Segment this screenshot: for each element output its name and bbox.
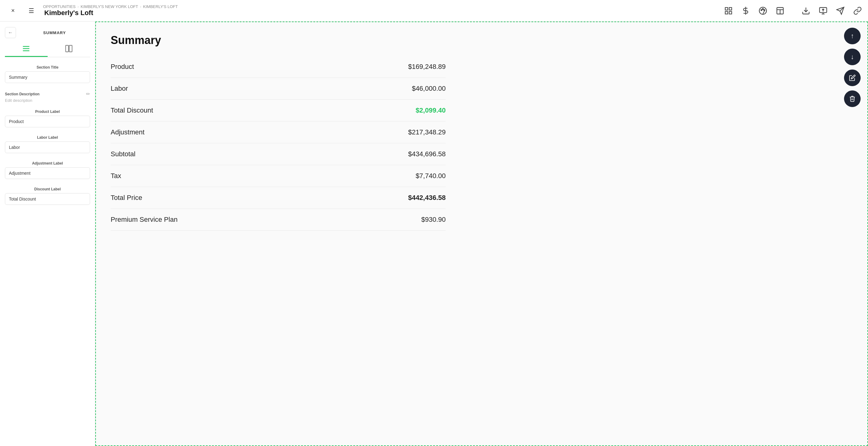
discount-label-input[interactable] [5, 193, 90, 205]
left-panel-title: SUMMARY [19, 30, 90, 35]
link-icon[interactable] [853, 6, 862, 15]
summary-row-subtotal: Subtotal $434,696.58 [111, 143, 446, 165]
delete-button[interactable] [844, 90, 861, 107]
topbar: × ☰ OPPORTUNITIES › KIMBERLY'S NEW YORK … [0, 0, 868, 22]
split-view-button[interactable] [48, 41, 90, 57]
send-icon[interactable] [836, 6, 845, 15]
summary-row-labor: Labor $46,000.00 [111, 78, 446, 100]
back-button[interactable]: ← [5, 27, 16, 38]
dollar-icon[interactable] [741, 6, 750, 15]
svg-point-7 [762, 8, 764, 9]
content-area: Summary Product $169,248.89 Labor $46,00… [95, 22, 868, 446]
scroll-down-button[interactable]: ↓ [844, 49, 861, 65]
grid-icon[interactable] [724, 6, 733, 15]
page-title: Kimberly's Loft [44, 9, 178, 17]
list-view-button[interactable] [5, 41, 48, 57]
layout-icon[interactable] [776, 6, 784, 15]
section-title-field: Section Title [0, 62, 95, 88]
svg-rect-22 [65, 46, 68, 52]
summary-row-total-price: Total Price $442,436.58 [111, 187, 446, 209]
summary-row-tax: Tax $7,740.00 [111, 165, 446, 187]
summary-row-product: Product $169,248.89 [111, 56, 446, 78]
left-panel-header: ← SUMMARY [0, 22, 95, 41]
menu-button[interactable]: ☰ [25, 4, 38, 18]
summary-section: Summary Product $169,248.89 Labor $46,00… [95, 22, 464, 243]
labor-label-input[interactable] [5, 142, 90, 153]
edit-button[interactable] [844, 69, 861, 86]
labor-label-field: Labor Label [0, 132, 95, 158]
scroll-up-button[interactable]: ↑ [844, 28, 861, 44]
svg-rect-2 [725, 11, 728, 14]
edit-description-text[interactable]: Edit description [0, 98, 95, 107]
palette-icon[interactable] [758, 6, 767, 15]
svg-point-8 [764, 9, 765, 10]
svg-point-6 [761, 9, 762, 10]
product-label-input[interactable] [5, 116, 90, 127]
monitor-upload-icon[interactable] [819, 6, 828, 15]
discount-label-field: Discount Label [0, 184, 95, 210]
edit-description-icon[interactable]: ✏ [86, 91, 90, 97]
summary-row-discount: Total Discount $2,099.40 [111, 100, 446, 121]
topbar-right-icons [802, 6, 862, 15]
svg-rect-23 [69, 46, 72, 52]
main-layout: ← SUMMARY Section Title [0, 22, 868, 446]
product-label-field: Product Label [0, 107, 95, 132]
svg-rect-1 [729, 7, 732, 10]
close-button[interactable]: × [6, 4, 20, 18]
svg-rect-0 [725, 7, 728, 10]
summary-row-premium: Premium Service Plan $930.90 [111, 209, 446, 231]
summary-row-adjustment: Adjustment $217,348.29 [111, 121, 446, 143]
adjustment-label-input[interactable] [5, 167, 90, 179]
summary-heading: Summary [111, 34, 446, 47]
toolbar-icons [724, 6, 784, 15]
download-icon[interactable] [802, 6, 810, 15]
svg-rect-3 [729, 11, 732, 14]
adjustment-label-field: Adjustment Label [0, 158, 95, 184]
section-title-input[interactable] [5, 71, 90, 83]
left-panel: ← SUMMARY Section Title [0, 22, 95, 446]
section-description-row: Section Description ✏ [0, 88, 95, 98]
breadcrumb: OPPORTUNITIES › KIMBERLY'S NEW YORK LOFT… [43, 4, 178, 9]
right-main: Summary Product $169,248.89 Labor $46,00… [95, 22, 868, 446]
view-toggle [5, 41, 90, 57]
floating-buttons: ↑ ↓ [844, 28, 861, 107]
